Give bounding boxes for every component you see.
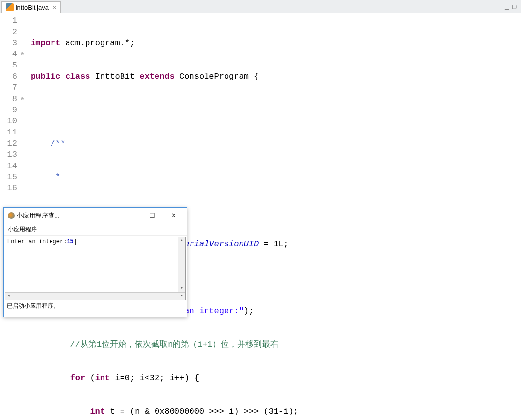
scroll-up-icon[interactable]: ▴ — [178, 237, 185, 244]
close-button[interactable]: ✕ — [163, 209, 185, 222]
applet-input-value[interactable]: 15 — [67, 238, 73, 245]
scrollbar-vertical[interactable]: ▴ ▾ — [178, 237, 185, 292]
applet-menu[interactable]: 小应用程序 — [4, 223, 187, 236]
editor-window-controls: ▁ ▢ — [505, 3, 521, 10]
scroll-right-icon[interactable]: ▸ — [178, 293, 185, 300]
maximize-icon[interactable]: ▢ — [512, 3, 517, 10]
scrollbar-horizontal[interactable]: ◂ ▸ — [5, 292, 185, 300]
editor-tab-label: InttoBit.java — [16, 4, 49, 11]
applet-window[interactable]: 小应用程序查... — ☐ ✕ 小应用程序 Enter an integer:1… — [3, 207, 187, 317]
scroll-down-icon[interactable]: ▾ — [178, 286, 185, 292]
close-icon[interactable]: ✕ — [52, 5, 56, 10]
scroll-left-icon[interactable]: ◂ — [5, 293, 12, 300]
java-cup-icon — [8, 212, 15, 219]
minimize-icon[interactable]: ▁ — [505, 3, 509, 10]
applet-body[interactable]: Enter an integer:15| ▴ ▾ ◂ ▸ — [5, 237, 186, 300]
applet-status: 已启动小应用程序。 — [4, 301, 187, 311]
applet-prompt: Enter an integer: — [7, 238, 67, 245]
editor-pane: InttoBit.java ✕ ▁ ▢ 1 2 3 4 5 6 7 8 9 10… — [0, 0, 521, 420]
minimize-button[interactable]: — — [119, 209, 141, 222]
maximize-button[interactable]: ☐ — [141, 209, 163, 222]
applet-title: 小应用程序查... — [17, 211, 60, 220]
applet-titlebar[interactable]: 小应用程序查... — ☐ ✕ — [4, 208, 187, 223]
editor-tab-inttobit[interactable]: InttoBit.java ✕ — [1, 1, 61, 13]
applet-window-controls: — ☐ ✕ — [119, 209, 185, 222]
editor-tab-row: InttoBit.java ✕ ▁ ▢ — [0, 0, 521, 13]
java-file-icon — [6, 3, 14, 11]
